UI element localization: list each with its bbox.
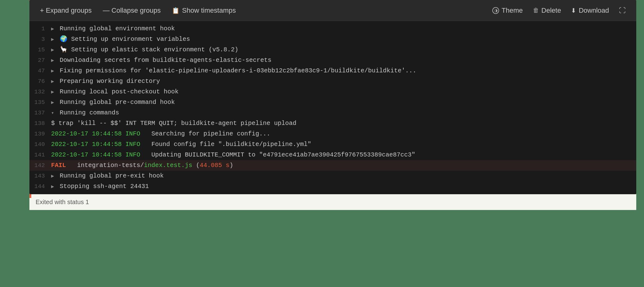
line-number: 76: [29, 77, 51, 86]
timestamp: 2022-10-17 10:44:58 INFO: [51, 130, 140, 137]
status-bar: Exited with status 1: [29, 194, 636, 210]
expand-arrow[interactable]: ▶: [51, 58, 54, 63]
line-number: 1: [29, 24, 51, 33]
line-text: $ trap 'kill -- $$' INT TERM QUIT; build…: [51, 119, 296, 128]
duration: 44.085 s: [200, 162, 229, 169]
expand-arrow[interactable]: ▶: [51, 184, 54, 190]
show-timestamps-label: Show timestamps: [182, 6, 236, 15]
line-text: ▶ Preparing working directory: [51, 77, 160, 86]
line-text: ▾ Running commands: [51, 108, 119, 118]
log-line: 15 ▶ 🦙 Setting up elastic stack environm…: [29, 45, 636, 55]
log-line: 144 ▶ Stopping ssh-agent 24431: [29, 181, 636, 192]
download-icon: ⬇: [571, 7, 576, 14]
log-line: 135 ▶ Running global pre-command hook: [29, 97, 636, 108]
line-text: ▶ Running global environment hook: [51, 24, 175, 33]
delete-label: Delete: [542, 6, 561, 15]
line-number: 47: [29, 66, 51, 75]
line-text: ▶ Fixing permissions for 'elastic-pipeli…: [51, 66, 416, 75]
theme-icon: ◑: [492, 7, 499, 14]
expand-arrow[interactable]: ▶: [51, 37, 54, 42]
collapse-groups-label: — Collapse groups: [103, 6, 161, 15]
expand-arrow[interactable]: ▶: [51, 47, 54, 53]
download-button[interactable]: ⬇ Download: [567, 5, 613, 16]
line-text: ▶ Stopping ssh-agent 24431: [51, 182, 149, 191]
theme-label: Theme: [502, 6, 523, 15]
log-line: 137 ▾ Running commands: [29, 108, 636, 118]
log-line: 143 ▶ Running global pre-exit hook: [29, 171, 636, 181]
line-text: 2022-10-17 10:44:58 INFO Updating BUILDK…: [51, 150, 415, 160]
line-number: 139: [29, 130, 51, 139]
expand-arrow[interactable]: ▶: [51, 26, 54, 32]
line-number: 138: [29, 119, 51, 128]
log-line-fail: ☛ 142 FAIL integration-tests/index.test.…: [29, 160, 636, 171]
collapse-groups-button[interactable]: — Collapse groups: [98, 5, 165, 16]
collapse-arrow[interactable]: ▾: [51, 110, 54, 116]
line-number: 137: [29, 109, 51, 118]
line-text: ▶ Downloading secrets from buildkite-age…: [51, 56, 272, 65]
expand-icon: ⛶: [619, 6, 626, 15]
delete-button[interactable]: 🗑 Delete: [529, 5, 566, 16]
line-number: 144: [29, 182, 51, 191]
timestamp: 2022-10-17 10:44:58 INFO: [51, 141, 140, 148]
trash-icon: 🗑: [533, 7, 539, 14]
expand-arrow[interactable]: ▶: [51, 100, 54, 105]
timestamp: 2022-10-17 10:44:58 INFO: [51, 151, 140, 158]
line-number: 143: [29, 172, 51, 181]
expand-arrow[interactable]: ▶: [51, 68, 54, 74]
log-line: 139 2022-10-17 10:44:58 INFO Searching f…: [29, 129, 636, 139]
line-number: 140: [29, 140, 51, 149]
line-text: FAIL integration-tests/index.test.js (44…: [51, 161, 233, 170]
line-text: ▶ 🦙 Setting up elastic stack environment…: [51, 45, 238, 54]
line-text: ▶ Running local post-checkout hook: [51, 87, 179, 96]
toolbar-left: + Expand groups — Collapse groups 📋 Show…: [36, 5, 488, 16]
line-text: ▶ Running global pre-exit hook: [51, 171, 164, 181]
log-line: 140 2022-10-17 10:44:58 INFO Found confi…: [29, 139, 636, 150]
line-number: 3: [29, 35, 51, 44]
status-text: Exited with status 1: [36, 199, 89, 205]
log-line: 27 ▶ Downloading secrets from buildkite-…: [29, 55, 636, 66]
fail-label: FAIL: [51, 162, 66, 169]
log-line: 132 ▶ Running local post-checkout hook: [29, 87, 636, 97]
expand-arrow[interactable]: ▶: [51, 79, 54, 84]
log-line: 1 ▶ Running global environment hook: [29, 24, 636, 34]
download-label: Download: [579, 6, 609, 15]
line-number: 141: [29, 151, 51, 160]
line-number: 27: [29, 56, 51, 65]
log-line: 47 ▶ Fixing permissions for 'elastic-pip…: [29, 66, 636, 76]
line-text: ▶ 🌍 Setting up environment variables: [51, 35, 190, 44]
show-timestamps-button[interactable]: 📋 Show timestamps: [168, 5, 240, 16]
line-text: 2022-10-17 10:44:58 INFO Searching for p…: [51, 129, 270, 139]
line-text: ▶ Running global pre-command hook: [51, 98, 175, 107]
line-number: 15: [29, 45, 51, 54]
expand-groups-button[interactable]: + Expand groups: [36, 5, 96, 16]
log-content: 1 ▶ Running global environment hook 3 ▶ …: [29, 21, 636, 194]
line-number: 142: [29, 161, 51, 170]
line-text: 2022-10-17 10:44:58 INFO Found config fi…: [51, 140, 311, 149]
expand-arrow[interactable]: ▶: [51, 89, 54, 95]
log-line: 76 ▶ Preparing working directory: [29, 76, 636, 87]
expand-arrow[interactable]: ▶: [51, 173, 54, 179]
line-number: 132: [29, 88, 51, 96]
log-line: 3 ▶ 🌍 Setting up environment variables: [29, 34, 636, 45]
log-line: 138 $ trap 'kill -- $$' INT TERM QUIT; b…: [29, 118, 636, 129]
log-line: 141 2022-10-17 10:44:58 INFO Updating BU…: [29, 150, 636, 160]
toolbar: + Expand groups — Collapse groups 📋 Show…: [29, 0, 636, 21]
theme-button[interactable]: ◑ Theme: [488, 5, 527, 16]
toolbar-right: ◑ Theme 🗑 Delete ⬇ Download ⛶: [488, 5, 630, 16]
expand-window-button[interactable]: ⛶: [615, 5, 630, 16]
line-number: 135: [29, 98, 51, 107]
